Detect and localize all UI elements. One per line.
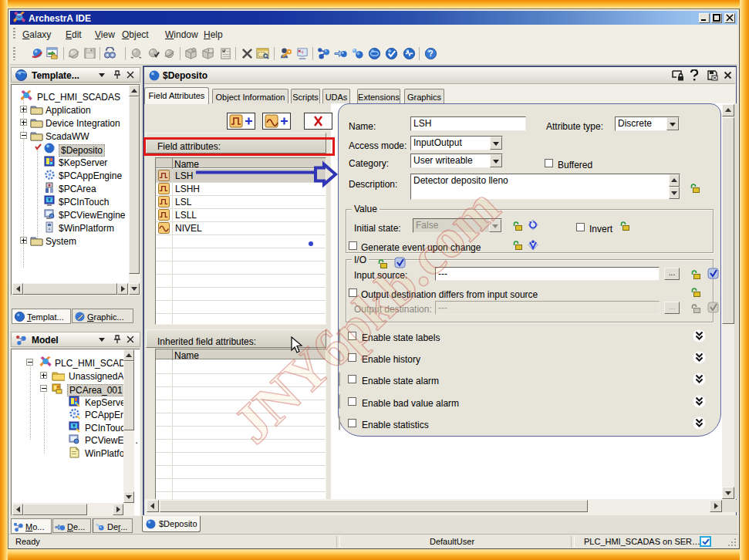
svg-text:?: ? [428,49,433,58]
